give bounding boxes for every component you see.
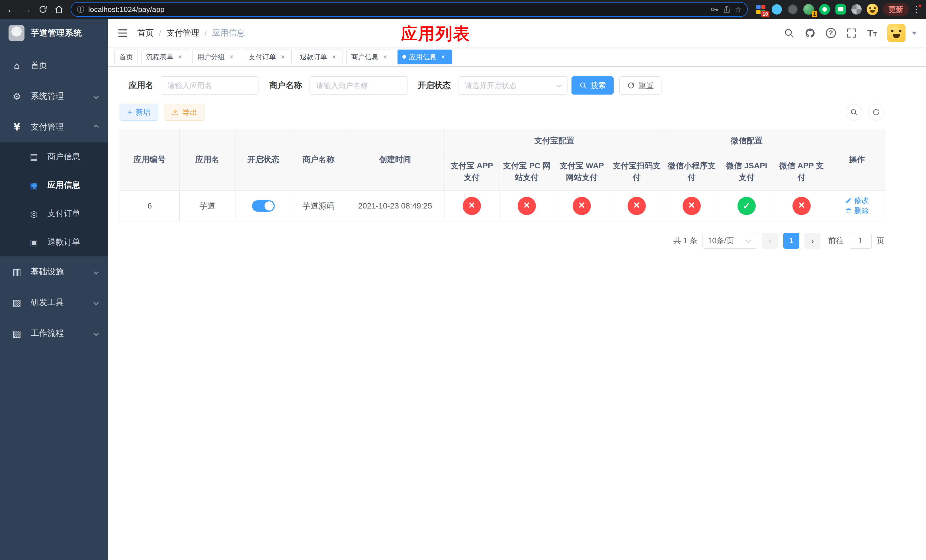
home-button[interactable] (52, 2, 66, 17)
yen-icon: ¥ (10, 122, 23, 133)
extension-pinwheel-icon[interactable] (850, 3, 863, 16)
table-toolbar: + 新增 导出 (120, 104, 884, 121)
reset-button[interactable]: 重置 (619, 76, 661, 95)
col-group-wechat: 微信配置 (664, 129, 829, 153)
header-search-icon[interactable] (784, 28, 794, 38)
extension-badge: 10 (761, 11, 769, 17)
extension-chat-icon[interactable] (834, 3, 847, 16)
col-alipay-app: 支付宝 APP 支付 (445, 153, 499, 191)
close-icon[interactable]: × (227, 53, 236, 61)
merchant-name-input[interactable] (310, 76, 407, 95)
goto-page-input[interactable] (849, 233, 872, 249)
refund-icon: ▣ (27, 237, 41, 247)
password-key-icon[interactable] (710, 5, 719, 14)
reload-button[interactable] (36, 2, 50, 17)
sidebar-fold-button[interactable] (117, 27, 129, 39)
extension-avatar-icon[interactable]: 1 (802, 3, 815, 16)
user-avatar[interactable] (887, 24, 905, 42)
sidebar-item-home[interactable]: ⌂ 首页 (0, 50, 108, 81)
chevron-up-icon (94, 124, 98, 130)
fullscreen-icon[interactable] (846, 28, 857, 38)
bookmark-star-icon[interactable]: ☆ (735, 5, 741, 14)
sidebar-item-payment[interactable]: ¥ 支付管理 (0, 112, 108, 142)
close-icon[interactable]: × (439, 53, 447, 61)
chrome-update-button[interactable]: 更新 (883, 3, 909, 16)
app-table: 应用编号 应用名 开启状态 商户名称 创建时间 支付宝配置 微信配置 操作 支付… (120, 129, 885, 221)
avatar-caret-icon[interactable] (912, 32, 917, 35)
search-icon (850, 108, 858, 116)
chevron-down-icon (94, 300, 98, 305)
col-app-id: 应用编号 (120, 129, 180, 191)
edit-link[interactable]: 修改 (845, 195, 869, 205)
breadcrumb-home[interactable]: 首页 (137, 27, 154, 39)
github-icon[interactable] (805, 28, 816, 38)
close-icon[interactable]: × (381, 53, 389, 61)
toggle-search-button[interactable] (846, 104, 862, 121)
cell-status (236, 191, 291, 221)
tab-user-group[interactable]: 用户分组 × (192, 50, 240, 64)
back-button[interactable]: ← (4, 2, 18, 17)
export-button[interactable]: 导出 (164, 104, 204, 121)
close-icon[interactable]: × (176, 53, 184, 61)
filter-form: 应用名 商户名称 开启状态 搜索 重置 (120, 76, 884, 95)
extension-grid-icon[interactable]: 10 (755, 3, 767, 16)
next-page-button[interactable]: › (804, 233, 820, 249)
col-wechat-lite: 微信小程序支付 (664, 153, 719, 191)
payment-submenu: ▤ 商户信息 ▦ 应用信息 ◎ 支付订单 ▣ 退款订单 (0, 142, 108, 256)
prev-icon: ‹ (769, 236, 772, 246)
close-icon[interactable]: × (279, 53, 287, 61)
search-button[interactable]: 搜索 (572, 76, 614, 95)
sidebar-item-merchant-info[interactable]: ▤ 商户信息 (0, 142, 108, 171)
tab-app-info[interactable]: 应用信息 × (398, 50, 452, 64)
font-size-icon[interactable]: TT (867, 28, 877, 39)
tab-refund-order[interactable]: 退款订单 × (295, 50, 343, 64)
sidebar-item-pay-order[interactable]: ◎ 支付订单 (0, 200, 108, 228)
page-size-select[interactable]: 10条/页 (702, 233, 757, 249)
sidebar-item-infrastructure[interactable]: ▥ 基础设施 (0, 256, 108, 287)
gear-icon: ⚙ (10, 91, 23, 102)
sidebar-item-workflow[interactable]: ▧ 工作流程 (0, 318, 108, 349)
help-icon[interactable]: ? (826, 28, 836, 38)
add-button[interactable]: + 新增 (120, 104, 158, 121)
home-icon (54, 5, 64, 14)
status-switch[interactable] (252, 200, 275, 212)
extension-green-circle-icon[interactable] (819, 3, 831, 16)
tab-pay-order[interactable]: 支付订单 × (244, 50, 292, 64)
browser-menu-button[interactable]: ⋮ (911, 4, 922, 15)
sidebar-item-system[interactable]: ⚙ 系统管理 (0, 81, 108, 112)
col-merchant-name: 商户名称 (291, 129, 346, 191)
forward-button[interactable]: → (20, 2, 34, 17)
tab-merchant-info[interactable]: 商户信息 × (346, 50, 394, 64)
toolbox-icon: ▨ (10, 297, 23, 308)
close-icon[interactable]: × (330, 53, 338, 61)
extension-emoji-icon[interactable] (866, 3, 879, 16)
extension-blue-icon[interactable] (770, 3, 783, 16)
prev-page-button[interactable]: ‹ (762, 233, 778, 249)
tab-home[interactable]: 首页 (115, 50, 138, 64)
tab-process-form[interactable]: 流程表单 × (141, 50, 189, 64)
delete-link[interactable]: 删除 (845, 206, 869, 216)
sidebar-item-refund-order[interactable]: ▣ 退款订单 (0, 228, 108, 256)
col-wechat-app: 微信 APP 支付 (774, 153, 829, 191)
page-1-button[interactable]: 1 (783, 233, 799, 249)
address-bar[interactable]: ⓘ localhost:1024/pay/app ☆ (71, 2, 748, 17)
status-label: 开启状态 (418, 80, 451, 91)
col-alipay-wap: 支付宝 WAP 网站支付 (554, 153, 609, 191)
sidebar-menu: ⌂ 首页 ⚙ 系统管理 ¥ 支付管理 ▤ 商户信息 ▦ 应用信息 ◎ 支付订单 (0, 47, 108, 349)
main-content: 应用名 商户名称 开启状态 搜索 重置 (108, 67, 926, 560)
site-info-icon[interactable]: ⓘ (77, 5, 84, 15)
extension-dark-icon[interactable] (787, 3, 799, 16)
sidebar-item-devtools[interactable]: ▨ 研发工具 (0, 287, 108, 318)
status-select[interactable] (458, 76, 567, 95)
back-icon: ← (6, 4, 16, 15)
sidebar-logo[interactable]: 芋道管理系统 (0, 19, 108, 47)
plus-icon: + (127, 108, 132, 117)
sidebar-item-app-info[interactable]: ▦ 应用信息 (0, 171, 108, 200)
app-name-input[interactable] (161, 76, 259, 95)
extension-badge-2: 1 (812, 11, 817, 17)
refresh-table-button[interactable] (868, 104, 884, 121)
share-icon[interactable] (722, 5, 731, 14)
next-icon: › (811, 236, 814, 246)
breadcrumb-section[interactable]: 支付管理 (166, 27, 199, 39)
alipay-pc-status-icon (517, 197, 536, 215)
